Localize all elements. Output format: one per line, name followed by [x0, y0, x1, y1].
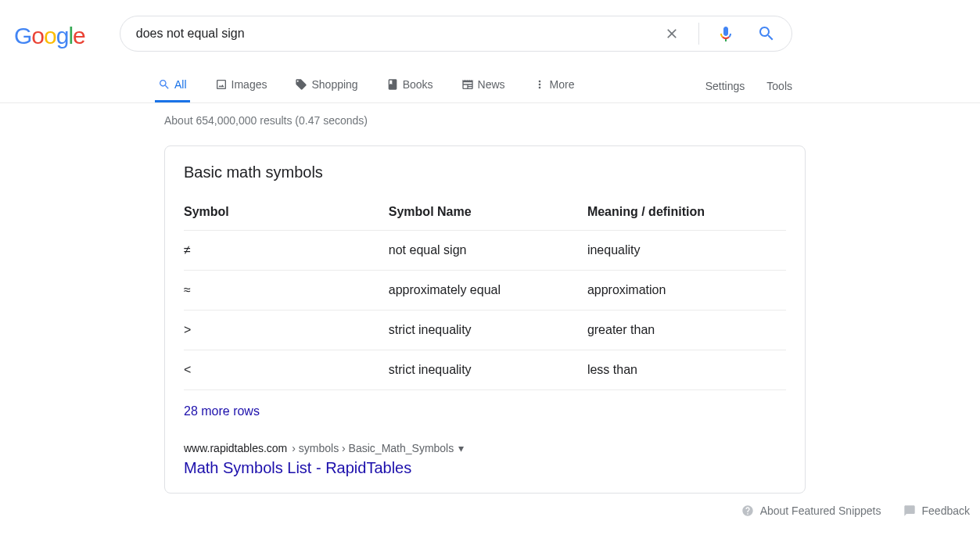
help-icon: [741, 504, 754, 517]
cite-path: › symbols › Basic_Math_Symbols: [292, 442, 454, 454]
search-small-icon: [158, 78, 171, 91]
cite-domain: www.rapidtables.com: [184, 442, 287, 454]
tools-link[interactable]: Tools: [766, 70, 792, 102]
settings-link[interactable]: Settings: [705, 70, 745, 102]
google-logo[interactable]: Google: [14, 23, 85, 49]
col-meaning: Meaning / definition: [587, 197, 786, 231]
tab-more[interactable]: More: [530, 69, 578, 102]
about-snippets-link[interactable]: About Featured Snippets: [741, 504, 881, 517]
result-stats: About 654,000,000 results (0.47 seconds): [164, 114, 980, 127]
image-icon: [215, 78, 228, 91]
search-icon[interactable]: [752, 24, 781, 43]
tab-all[interactable]: All: [155, 69, 190, 102]
search-input[interactable]: [136, 27, 658, 41]
table-row: < strict inequality less than: [184, 350, 786, 390]
book-icon: [386, 78, 399, 91]
featured-snippet: Basic math symbols Symbol Symbol Name Me…: [164, 145, 806, 494]
feedback-link[interactable]: Feedback: [903, 504, 970, 517]
more-vert-icon: [533, 78, 546, 91]
voice-search-icon[interactable]: [712, 24, 740, 43]
feedback-icon: [903, 504, 916, 517]
snippet-table: Symbol Symbol Name Meaning / definition …: [184, 197, 786, 390]
tag-icon: [295, 78, 307, 91]
tab-news[interactable]: News: [458, 69, 508, 102]
more-rows-link[interactable]: 28 more rows: [184, 404, 786, 418]
result-title-link[interactable]: Math Symbols List - RapidTables: [184, 459, 786, 477]
tab-books[interactable]: Books: [383, 69, 436, 102]
table-row: > strict inequality greater than: [184, 311, 786, 350]
news-icon: [461, 78, 474, 91]
table-row: ≠ not equal sign inequality: [184, 231, 786, 271]
col-name: Symbol Name: [389, 197, 587, 231]
tab-images[interactable]: Images: [212, 69, 271, 102]
table-row: ≈ approximately equal approximation: [184, 271, 786, 311]
search-bar: [120, 16, 792, 52]
snippet-heading: Basic math symbols: [184, 163, 786, 181]
tab-shopping[interactable]: Shopping: [292, 69, 361, 102]
clear-icon[interactable]: [658, 26, 686, 41]
divider: [698, 23, 699, 45]
col-symbol: Symbol: [184, 197, 389, 231]
cite-dropdown-icon[interactable]: ▾: [458, 442, 464, 454]
